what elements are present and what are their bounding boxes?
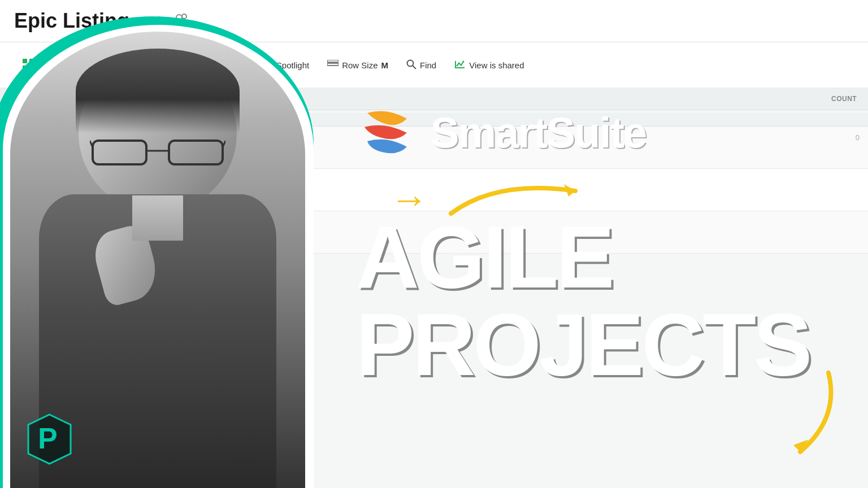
svg-line-18	[413, 66, 416, 69]
glasses	[90, 136, 225, 167]
svg-rect-15	[327, 60, 338, 62]
svg-rect-16	[327, 63, 338, 66]
svg-point-19	[457, 64, 458, 66]
svg-rect-23	[93, 141, 146, 164]
p-logo-container: P	[25, 412, 73, 468]
view-shared-button[interactable]: View is shared	[446, 55, 532, 75]
svg-point-22	[463, 60, 465, 62]
smartsuite-s-logo	[356, 102, 418, 164]
main-container: Epic Listing ▾ ☆	[0, 0, 868, 488]
row-size-button[interactable]: Row Size M	[319, 55, 396, 75]
right-content-overlay: SmartSuite → AGILE PROJECTS	[322, 90, 857, 488]
svg-point-1	[182, 14, 186, 19]
find-label: Find	[420, 60, 436, 70]
row-size-label: Row Size	[342, 60, 377, 70]
person-hair	[76, 49, 240, 133]
svg-point-17	[407, 60, 414, 66]
row-size-value: M	[381, 60, 389, 70]
row-size-icon	[327, 60, 338, 71]
agile-text: AGILE	[356, 213, 834, 301]
view-shared-label: View is shared	[469, 60, 524, 70]
svg-text:P: P	[38, 422, 58, 455]
find-icon	[406, 59, 416, 71]
svg-point-21	[461, 64, 462, 66]
smartsuite-logo-row: SmartSuite	[356, 102, 834, 164]
svg-rect-2	[23, 59, 27, 63]
curved-arrow-bottom-right	[727, 361, 840, 465]
smartsuite-text: SmartSuite	[431, 111, 646, 154]
find-button[interactable]: Find	[398, 55, 444, 76]
svg-rect-24	[169, 141, 223, 164]
view-shared-icon	[454, 60, 466, 71]
svg-point-20	[458, 62, 460, 64]
person-neck	[132, 195, 183, 241]
